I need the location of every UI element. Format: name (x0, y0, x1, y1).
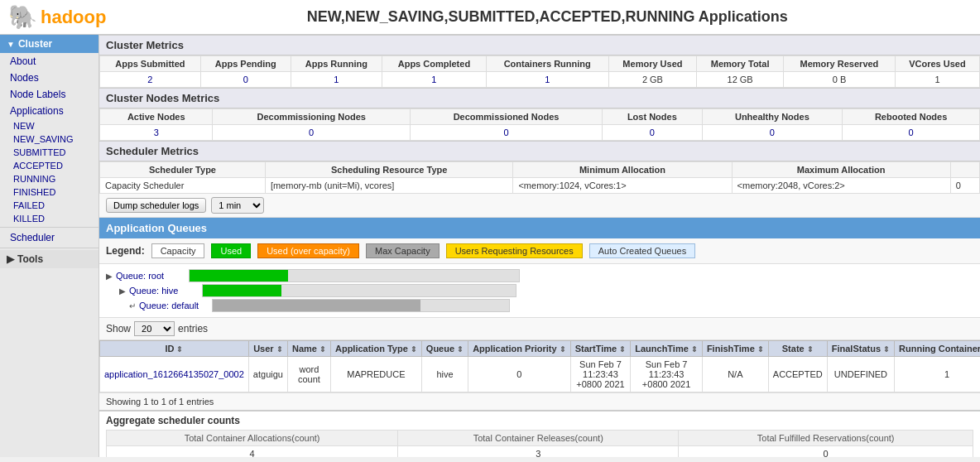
cluster-nodes-metrics-title: Cluster Nodes Metrics (99, 88, 980, 108)
sidebar-cluster-label: Cluster (18, 38, 52, 50)
queue-root-label[interactable]: Queue: root (116, 271, 182, 281)
col-memory-used: Memory Used (608, 56, 697, 72)
queue-container: ▶ Queue: root ▶ Queue: hive ↵ Queue: def… (99, 264, 980, 317)
cell-final-status: UNDEFINED (827, 357, 894, 392)
col-total-fulfilled: Total Fulfilled Reservations(count) (679, 431, 973, 446)
queue-hive-toggle[interactable]: ▶ (119, 286, 126, 296)
applications-table: ID ⇕ User ⇕ Name ⇕ Application Type ⇕ Qu… (99, 340, 980, 392)
val-active-nodes: 3 (100, 125, 213, 141)
dump-scheduler-button[interactable]: Dump scheduler logs (106, 198, 206, 213)
val-containers-running: 1 (486, 72, 608, 88)
queue-root-toggle[interactable]: ▶ (106, 272, 113, 281)
show-count-select[interactable]: 20 50 100 (134, 321, 175, 336)
cell-running-containers: 1 (895, 357, 980, 392)
col-user: User ⇕ (248, 341, 287, 357)
cluster-metrics-table: Apps Submitted Apps Pending Apps Running… (99, 55, 980, 88)
name-sort-icon[interactable]: ⇕ (319, 345, 326, 354)
legend-label: Legend: (106, 245, 145, 257)
val-apps-completed: 1 (382, 72, 487, 88)
sidebar-cluster-section[interactable]: ▼ Cluster (0, 35, 98, 53)
queue-root-fill (190, 270, 288, 282)
col-apps-running: Apps Running (291, 56, 382, 72)
sidebar-item-finished[interactable]: FINISHED (0, 185, 98, 199)
queue-default-fill (213, 300, 420, 311)
sidebar-item-scheduler[interactable]: Scheduler (0, 229, 98, 246)
cell-start-time: Sun Feb 7 11:23:43 +0800 2021 (570, 357, 631, 392)
dump-time-select[interactable]: 1 min 5 min 10 min (211, 197, 264, 214)
sidebar-item-killed[interactable]: KILLED (0, 212, 98, 225)
show-label: Show (106, 323, 131, 334)
page-title: NEW,NEW_SAVING,SUBMITTED,ACCEPTED,RUNNIN… (122, 8, 972, 26)
aggregate-title: Aggregate scheduler counts (106, 415, 973, 426)
cell-launch-time: Sun Feb 7 11:23:43 +0800 2021 (631, 357, 703, 392)
scheduler-table: Scheduler Type Scheduling Resource Type … (99, 161, 980, 194)
sidebar-item-nodes[interactable]: Nodes (0, 70, 98, 86)
col-containers-running: Containers Running (486, 56, 608, 72)
legend-users-requesting: Users Requesting Resources (446, 243, 583, 258)
app-id-link[interactable]: application_1612664135027_0002 (104, 369, 244, 379)
queue-default-row: ↵ Queue: default (106, 299, 973, 312)
state-sort-icon[interactable]: ⇕ (807, 345, 814, 354)
sidebar-item-running[interactable]: RUNNING (0, 172, 98, 185)
sidebar-tools-label: Tools (17, 253, 43, 265)
col-lost-nodes: Lost Nodes (603, 109, 702, 125)
sidebar-item-submitted[interactable]: SUBMITTED (0, 146, 98, 159)
apptype-sort-icon[interactable]: ⇕ (411, 345, 417, 354)
sidebar-item-accepted[interactable]: ACCEPTED (0, 159, 98, 172)
cell-priority: 0 (468, 357, 571, 392)
user-sort-icon[interactable]: ⇕ (276, 345, 283, 354)
col-apps-pending: Apps Pending (200, 56, 291, 72)
showing-info: Showing 1 to 1 of 1 entries (99, 392, 980, 410)
val-memory-reserved: 0 B (784, 72, 896, 88)
col-app-type: Application Type ⇕ (330, 341, 421, 357)
legend-used: Used (211, 243, 251, 258)
app-queues-header: Application Queues (99, 218, 980, 238)
queue-root-bar (189, 269, 520, 282)
val-max-cluster: 0 (950, 178, 979, 194)
cell-state: ACCEPTED (768, 357, 827, 392)
sidebar-divider2 (0, 248, 98, 248)
col-active-nodes: Active Nodes (100, 109, 213, 125)
sidebar-divider (0, 227, 98, 228)
val-apps-pending: 0 (200, 72, 291, 88)
sidebar-tools-section[interactable]: ▶ Tools (0, 250, 98, 268)
col-vcores: VCores Used (895, 56, 979, 72)
queue-sort-icon[interactable]: ⇕ (457, 345, 464, 354)
sidebar-item-new-saving[interactable]: NEW_SAVING (0, 132, 98, 146)
col-min-allocation: Minimum Allocation (513, 162, 732, 178)
queue-hive-bar (202, 284, 516, 297)
cluster-nodes-table: Active Nodes Decommissioning Nodes Decom… (99, 108, 980, 141)
col-unhealthy-nodes: Unhealthy Nodes (702, 109, 843, 125)
finalstatus-sort-icon[interactable]: ⇕ (883, 345, 890, 354)
priority-sort-icon[interactable]: ⇕ (560, 345, 566, 354)
launch-sort-icon[interactable]: ⇕ (691, 345, 698, 354)
val-scheduler-type: Capacity Scheduler (100, 178, 266, 194)
val-lost-nodes: 0 (603, 125, 702, 141)
cell-app-type: MAPREDUCE (330, 357, 421, 392)
queue-hive-fill (203, 285, 281, 296)
sidebar-item-applications[interactable]: Applications (0, 103, 98, 119)
sidebar-item-new[interactable]: NEW (0, 119, 98, 132)
col-id: ID ⇕ (100, 341, 249, 357)
queue-root-row: ▶ Queue: root (106, 269, 973, 282)
cluster-metrics-title: Cluster Metrics (99, 35, 980, 55)
col-running-containers: Running Containers ⇕ (895, 341, 980, 357)
start-sort-icon[interactable]: ⇕ (619, 345, 626, 354)
finish-sort-icon[interactable]: ⇕ (757, 345, 764, 354)
queue-default-toggle[interactable]: ↵ (129, 301, 136, 310)
col-rebooted-nodes: Rebooted Nodes (843, 109, 980, 125)
col-total-alloc: Total Container Allocations(count) (107, 431, 398, 446)
entries-label: entries (178, 323, 208, 334)
sidebar-item-about[interactable]: About (0, 53, 98, 70)
col-apps-submitted: Apps Submitted (100, 56, 201, 72)
sidebar-item-node-labels[interactable]: Node Labels (0, 86, 98, 103)
queue-hive-label[interactable]: Queue: hive (129, 286, 195, 296)
legend-auto-created: Auto Created Queues (589, 243, 695, 258)
col-memory-total: Memory Total (697, 56, 784, 72)
col-total-releases: Total Container Releases(count) (398, 431, 679, 446)
sidebar-item-failed[interactable]: FAILED (0, 199, 98, 212)
id-sort-icon[interactable]: ⇕ (176, 345, 183, 354)
val-min-alloc: <memory:1024, vCores:1> (513, 178, 732, 194)
queue-default-label[interactable]: Queue: default (139, 301, 205, 310)
col-finish-time: FinishTime ⇕ (702, 341, 768, 357)
